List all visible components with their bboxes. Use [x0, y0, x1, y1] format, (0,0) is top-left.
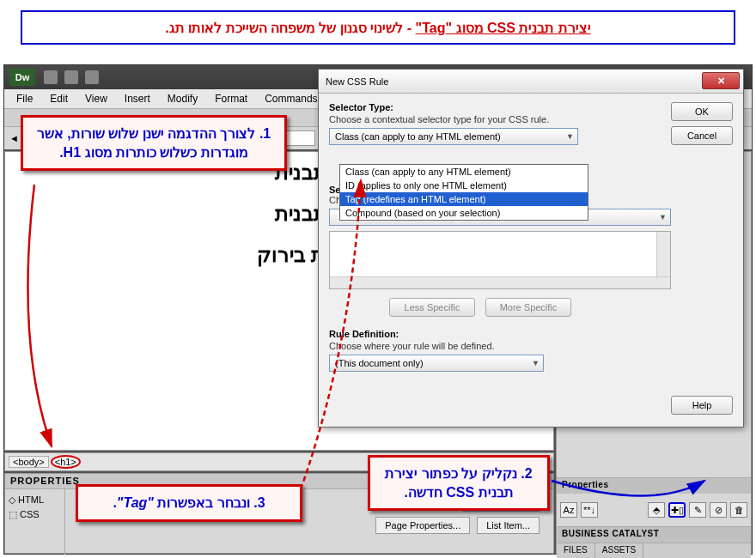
scrollbar-v[interactable]: [656, 232, 670, 276]
files-panel: FILES ASSETS: [557, 543, 751, 558]
assets-tab[interactable]: ASSETS: [595, 543, 643, 558]
menu-modify[interactable]: Modify: [159, 93, 206, 105]
extend-icon[interactable]: [64, 70, 78, 84]
selector-description-box: [329, 231, 671, 289]
callout-2: 2. נקליק על כפתור יצירת תבנית CSS חדשה.: [368, 455, 550, 511]
delete-css-icon[interactable]: 🗑: [730, 502, 747, 518]
dw-logo: Dw: [9, 69, 35, 86]
banner-tag: "Tag": [416, 21, 452, 35]
less-specific-button[interactable]: Less Specific: [389, 298, 475, 317]
callout-3: 3. ונבחר באפשרות "Tag".: [76, 484, 302, 522]
cancel-button[interactable]: Cancel: [671, 126, 733, 145]
css-properties-section: Properties Az **↓ ⬘ ✚▯ ✎ ⊘ 🗑: [557, 478, 751, 527]
scrollbar-h[interactable]: [330, 276, 670, 288]
dd-tag[interactable]: Tag (redefines an HTML element): [340, 192, 588, 206]
callout-1: 1. לצורך ההדגמה ישנן שלוש שורות, אשר מוג…: [21, 115, 287, 171]
nav-back-icon[interactable]: ◄: [9, 133, 19, 143]
banner-suffix: - לשינוי סגנון של משפחה השייכת לאותו תג.: [165, 21, 415, 35]
new-css-rule-icon[interactable]: ✚▯: [668, 502, 686, 518]
menu-format[interactable]: Format: [206, 93, 256, 105]
rule-definition-sub: Choose where your rule will be defined.: [329, 341, 671, 351]
business-catalyst-panel: BUSINESS CATALYST: [557, 527, 751, 543]
menu-insert[interactable]: Insert: [116, 93, 159, 105]
files-tab[interactable]: FILES: [557, 543, 595, 558]
prop-html-tab[interactable]: ◇ HTML: [9, 493, 61, 507]
menu-commands[interactable]: Commands: [256, 93, 326, 105]
menu-view[interactable]: View: [76, 93, 116, 105]
instruction-banner: יצירת תבנית CSS מסוג "Tag" - לשינוי סגנו…: [21, 10, 735, 45]
menu-edit[interactable]: Edit: [41, 93, 76, 105]
help-button[interactable]: Help: [671, 396, 733, 415]
crumb-h1[interactable]: <h1>: [51, 455, 81, 469]
dialog-title: New CSS Rule: [326, 76, 388, 87]
dd-id[interactable]: ID (applies to only one HTML element): [340, 179, 588, 192]
more-specific-button[interactable]: More Specific: [485, 298, 571, 317]
attach-stylesheet-icon[interactable]: ⬘: [648, 502, 665, 518]
edit-rule-icon[interactable]: ✎: [689, 502, 706, 518]
dd-compound[interactable]: Compound (based on your selection): [340, 206, 588, 220]
business-catalyst-header[interactable]: BUSINESS CATALYST: [557, 527, 751, 543]
rule-definition-label: Rule Definition:: [329, 329, 671, 339]
page-properties-button[interactable]: Page Properties...: [375, 517, 470, 534]
banner-prefix: יצירת תבנית CSS מסוג: [452, 21, 591, 35]
layout-icon[interactable]: [44, 70, 58, 84]
sort-az-icon[interactable]: Az: [560, 502, 577, 518]
dialog-titlebar[interactable]: New CSS Rule: [319, 70, 743, 94]
selector-type-combo[interactable]: Class (can apply to any HTML element): [329, 128, 578, 145]
properties-mode: ◇ HTML ⬚ CSS: [5, 489, 65, 555]
prop-css-tab[interactable]: ⬚ CSS: [9, 507, 61, 522]
sort-cat-icon[interactable]: **↓: [581, 502, 598, 518]
list-item-button[interactable]: List Item...: [477, 517, 540, 534]
new-css-rule-dialog: New CSS Rule Selector Type: Choose a con…: [318, 69, 744, 428]
menu-file[interactable]: File: [8, 93, 41, 105]
rule-definition-combo[interactable]: (This document only): [329, 355, 544, 372]
site-icon[interactable]: [85, 70, 99, 84]
selector-type-sub: Choose a contextual selector type for yo…: [329, 114, 671, 124]
ok-button[interactable]: OK: [671, 102, 733, 121]
close-icon[interactable]: [702, 72, 740, 89]
crumb-body[interactable]: <body>: [9, 456, 49, 468]
titlebar-icons: [44, 70, 99, 84]
disable-css-icon[interactable]: ⊘: [710, 502, 727, 518]
css-properties-toolbar: Az **↓ ⬘ ✚▯ ✎ ⊘ 🗑: [557, 494, 751, 526]
css-properties-header[interactable]: Properties: [557, 478, 751, 494]
dd-class[interactable]: Class (can apply to any HTML element): [340, 165, 588, 179]
selector-type-dropdown: Class (can apply to any HTML element) ID…: [339, 164, 588, 221]
selector-type-label: Selector Type:: [329, 102, 671, 112]
